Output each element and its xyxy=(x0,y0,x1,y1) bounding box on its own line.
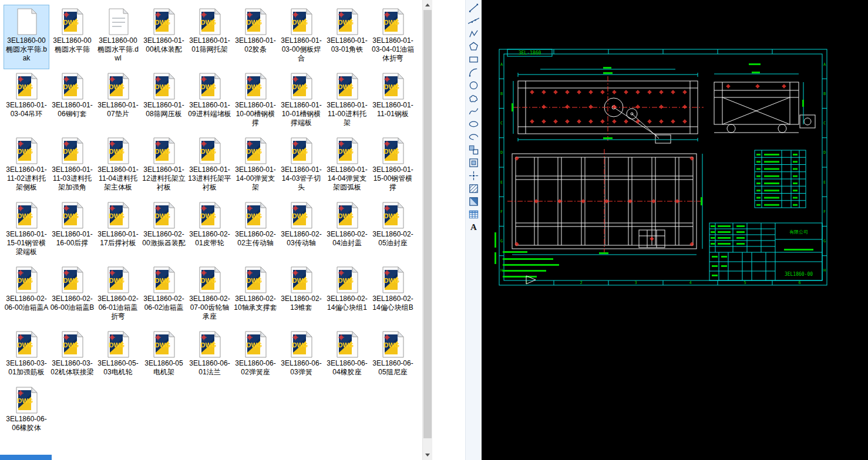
file-item[interactable]: DWG 3EL1860-02-04油封盖 xyxy=(324,198,370,263)
file-name: 3EL1860-00椭圆水平筛.dwl xyxy=(96,36,140,63)
multiline-text-icon[interactable]: A xyxy=(467,221,481,234)
file-item[interactable]: 3EL1860-00椭圆水平筛.bak xyxy=(4,5,49,69)
file-name: 3EL1860-01-03-01角铁 xyxy=(325,36,369,54)
file-item[interactable]: DWG 3EL1860-02-13锥套 xyxy=(278,263,324,327)
file-item[interactable]: DWG 3EL1860-02-10轴承支撑套 xyxy=(233,263,278,327)
file-item[interactable]: DWG 3EL1860-01-11-00进料托架 xyxy=(324,69,370,134)
file-item[interactable]: DWG 3EL1860-01-11-02进料托架侧板 xyxy=(4,134,49,198)
file-item[interactable]: DWG 3EL1860-01-07垫片 xyxy=(95,69,141,134)
file-item[interactable]: DWG 3EL1860-06-03弹簧 xyxy=(278,327,324,383)
file-item[interactable]: DWG 3EL1860-06-04橡胶座 xyxy=(324,327,370,383)
hatch-icon[interactable] xyxy=(467,182,481,195)
dwg-icon-label: DWG xyxy=(384,148,400,155)
dwg-file-icon: DWG xyxy=(287,72,315,100)
file-item[interactable]: DWG 3EL1860-01-13进料托架平衬板 xyxy=(187,134,233,198)
file-item[interactable]: DWG 3EL1860-01-10-01槽钢横撑端板 xyxy=(278,69,324,134)
dwg-icon-label: DWG xyxy=(155,148,171,155)
file-item[interactable]: DWG 3EL1860-02-06-02油箱盖 xyxy=(141,263,187,327)
dwg-icon-label: DWG xyxy=(63,212,79,219)
file-item[interactable]: DWG 3EL1860-01-03-00侧板焊合 xyxy=(278,5,324,69)
dwg-icon-label: DWG xyxy=(292,148,308,155)
file-item[interactable]: DWG 3EL1860-01-14-00弹簧支架 xyxy=(233,134,278,198)
revision-cloud-icon[interactable] xyxy=(467,92,481,104)
insert-block-icon[interactable] xyxy=(467,144,481,156)
file-item[interactable]: DWG 3EL1860-02-06-00油箱盖B xyxy=(49,263,95,327)
file-item[interactable]: DWG 3EL1860-06-06橡胶体 xyxy=(4,383,49,439)
file-item[interactable]: DWG 3EL1860-02-06-01油箱盖折弯 xyxy=(95,263,141,327)
file-item[interactable]: DWG 3EL1860-02-03传动轴 xyxy=(278,198,324,263)
arc-icon[interactable] xyxy=(467,66,481,79)
file-item[interactable]: DWG 3EL1860-03-02机体联接梁 xyxy=(49,327,95,383)
construction-line-icon[interactable] xyxy=(467,15,481,27)
file-item[interactable]: DWG 3EL1860-01-00机体装配 xyxy=(141,5,187,69)
file-item[interactable]: DWG 3EL1860-02-06-00油箱盖A xyxy=(4,263,49,327)
file-item[interactable]: DWG 3EL1860-01-10-00槽钢横撑 xyxy=(233,69,278,134)
scrollbar-thumb[interactable] xyxy=(423,10,432,438)
dwg-file-icon: DWG xyxy=(379,137,407,165)
file-name: 3EL1860-01-03-04吊环 xyxy=(4,101,49,119)
file-name: 3EL1860-02-01皮带轮 xyxy=(187,230,232,248)
file-item[interactable]: DWG 3EL1860-01-03-01角铁 xyxy=(324,5,370,69)
circle-icon[interactable] xyxy=(467,79,481,92)
taskbar-corner[interactable] xyxy=(0,455,52,460)
file-item[interactable]: DWG 3EL1860-02-02主传动轴 xyxy=(233,198,278,263)
table-icon[interactable] xyxy=(467,208,481,221)
scroll-down-button[interactable] xyxy=(423,450,432,460)
file-item[interactable]: DWG 3EL1860-06-01法兰 xyxy=(187,327,233,383)
file-item[interactable]: DWG 3EL1860-01-03-04吊环 xyxy=(4,69,49,134)
point-icon[interactable] xyxy=(467,170,481,182)
file-item[interactable]: DWG 3EL1860-01-15-01钢管横梁端板 xyxy=(4,198,49,263)
svg-text:3EL-1860: 3EL-1860 xyxy=(519,50,541,56)
file-item[interactable]: DWG 3EL1860-06-02弹簧座 xyxy=(233,327,278,383)
svg-text:B: B xyxy=(823,92,826,96)
spline-icon[interactable] xyxy=(467,105,481,117)
file-item[interactable]: DWG 3EL1860-06-05阻尼座 xyxy=(370,327,416,383)
file-item[interactable]: DWG 3EL1860-05电机架 xyxy=(141,327,187,383)
file-item[interactable]: DWG 3EL1860-01-01筛网托架 xyxy=(187,5,233,69)
dwg-icon-label: DWG xyxy=(109,148,125,155)
file-item[interactable]: DWG 3EL1860-01-14-03管子切头 xyxy=(278,134,324,198)
file-item[interactable]: DWG 3EL1860-01-06铆钉套 xyxy=(49,69,95,134)
cad-parts-table xyxy=(755,150,806,208)
rectangle-icon[interactable] xyxy=(467,53,481,66)
file-item[interactable]: DWG 3EL1860-01-11-03进料托架加强角 xyxy=(49,134,95,198)
line-icon[interactable] xyxy=(467,2,481,14)
file-item[interactable]: DWG 3EL1860-01-16-00后撑 xyxy=(49,198,95,263)
file-item[interactable]: DWG 3EL1860-01-09进料端堵板 xyxy=(187,69,233,134)
ellipse-arc-icon[interactable] xyxy=(467,131,481,143)
file-item[interactable]: DWG 3EL1860-01-11-04进料托架主体板 xyxy=(95,134,141,198)
polyline-icon[interactable] xyxy=(467,28,481,40)
dwg-file-icon: DWG xyxy=(379,201,407,229)
file-panel-scrollbar[interactable] xyxy=(422,0,432,460)
file-item[interactable]: DWG 3EL1860-02-05油封座 xyxy=(370,198,416,263)
cad-drawing: 123456AABBCCDDEEFFGGHH3EL-1860 有限公司3EL18… xyxy=(482,0,868,460)
polygon-icon[interactable] xyxy=(467,40,481,53)
file-item[interactable]: DWG 3EL1860-01-17后撑衬板 xyxy=(95,198,141,263)
cad-viewport[interactable]: 123456AABBCCDDEEFFGGHH3EL-1860 有限公司3EL18… xyxy=(482,0,868,460)
svg-text:B: B xyxy=(500,92,503,96)
gradient-icon[interactable] xyxy=(467,195,481,208)
dwg-icon-label: DWG xyxy=(292,83,308,90)
file-item[interactable]: DWG 3EL1860-02-14偏心块组1 xyxy=(324,263,370,327)
file-item[interactable]: DWG 3EL1860-02-00激振器装配 xyxy=(141,198,187,263)
file-item[interactable]: DWG 3EL1860-02-07-00齿轮轴承座 xyxy=(187,263,233,327)
file-item[interactable]: DWG 3EL1860-01-08筛网压板 xyxy=(141,69,187,134)
scroll-up-button[interactable] xyxy=(423,0,432,10)
file-item[interactable]: DWG 3EL1860-03-01加强筋板 xyxy=(4,327,49,383)
dwl-file-icon xyxy=(104,8,132,36)
ellipse-icon[interactable] xyxy=(467,118,481,130)
file-item[interactable]: DWG 3EL1860-05-03电机轮 xyxy=(95,327,141,383)
file-item[interactable]: DWG 3EL1860-02-14偏心块组B xyxy=(370,263,416,327)
file-item[interactable]: DWG 3EL1860-01-14-04弹簧支架圆弧板 xyxy=(324,134,370,198)
file-item[interactable]: DWG 3EL1860-01-03-04-01油箱体折弯 xyxy=(370,5,416,69)
file-item[interactable]: DWG 3EL1860-00椭圆水平筛 xyxy=(49,5,95,69)
file-item[interactable]: DWG 3EL1860-01-15-00钢管横撑 xyxy=(370,134,416,198)
file-name: 3EL1860-03-01加强筋板 xyxy=(4,359,49,377)
file-item[interactable]: 3EL1860-00椭圆水平筛.dwl xyxy=(95,5,141,69)
file-item[interactable]: DWG 3EL1860-01-02胶条 xyxy=(233,5,278,69)
file-item[interactable]: DWG 3EL1860-02-01皮带轮 xyxy=(187,198,233,263)
file-name: 3EL1860-01-17后撑衬板 xyxy=(96,230,140,248)
file-item[interactable]: DWG 3EL1860-01-11-01钢板 xyxy=(370,69,416,134)
file-item[interactable]: DWG 3EL1860-01-12进料托架立衬板 xyxy=(141,134,187,198)
make-block-icon[interactable] xyxy=(467,157,481,169)
